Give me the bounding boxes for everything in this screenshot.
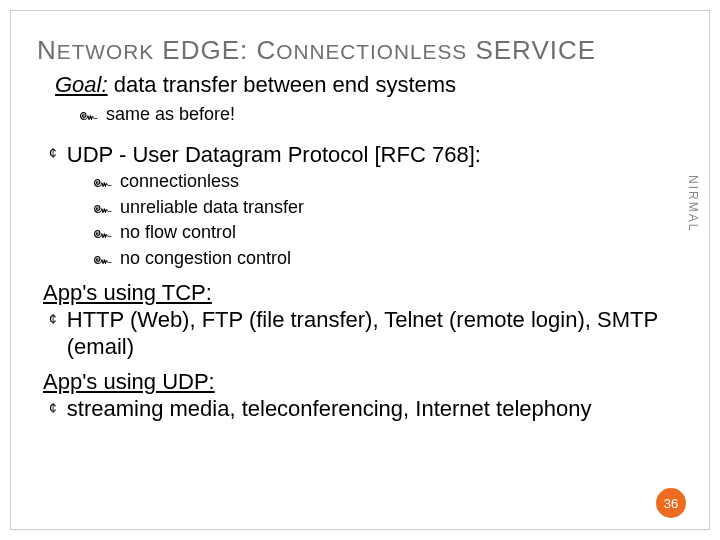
udp-item-text: no flow control — [120, 220, 236, 246]
swirl-bullet-icon: ๛ — [79, 102, 98, 128]
goal-line: Goal: data transfer between end systems — [55, 72, 683, 98]
udp-item: ๛ no congestion control — [93, 246, 683, 272]
udp-item-text: connectionless — [120, 169, 239, 195]
udp-heading-text: UDP - User Datagram Protocol [RFC 768]: — [67, 140, 481, 170]
page-number-badge: 36 — [656, 488, 686, 518]
page-number: 36 — [664, 496, 678, 511]
title-part1-sc: ETWORK — [57, 40, 154, 63]
slide-frame: NETWORK EDGE: CONNECTIONLESS SERVICE Goa… — [10, 10, 710, 530]
swirl-bullet-icon: ๛ — [93, 169, 112, 195]
title-part2: EDGE — [154, 35, 240, 65]
title-part4: SERVICE — [467, 35, 596, 65]
swirl-bullet-icon: ๛ — [93, 246, 112, 272]
udp-item: ๛ no flow control — [93, 220, 683, 246]
slide-title: NETWORK EDGE: CONNECTIONLESS SERVICE — [37, 35, 683, 66]
author-side-label: NIRMAL — [686, 175, 700, 232]
title-part1-caps: N — [37, 35, 57, 65]
udp-item-text: no congestion control — [120, 246, 291, 272]
circle-bullet-icon: ¢ — [49, 395, 57, 423]
title-colon: : — [240, 35, 256, 65]
udp-heading: ¢ UDP - User Datagram Protocol [RFC 768]… — [49, 140, 683, 170]
apps-tcp-item-text: HTTP (Web), FTP (file transfer), Telnet … — [67, 306, 683, 361]
circle-bullet-icon: ¢ — [49, 140, 57, 170]
apps-tcp-item: ¢ HTTP (Web), FTP (file transfer), Telne… — [49, 306, 683, 361]
title-part3-caps: C — [256, 35, 276, 65]
apps-udp-item: ¢ streaming media, teleconferencing, Int… — [49, 395, 683, 423]
udp-item-text: unreliable data transfer — [120, 195, 304, 221]
swirl-bullet-icon: ๛ — [93, 220, 112, 246]
goal-subitem: ๛ same as before! — [79, 102, 683, 128]
goal-label: Goal: — [55, 72, 108, 97]
apps-udp-item-text: streaming media, teleconferencing, Inter… — [67, 395, 683, 423]
apps-tcp-heading: App's using TCP: — [43, 280, 683, 306]
circle-bullet-icon: ¢ — [49, 306, 57, 361]
udp-item: ๛ unreliable data transfer — [93, 195, 683, 221]
udp-item: ๛ connectionless — [93, 169, 683, 195]
goal-text: data transfer between end systems — [108, 72, 457, 97]
swirl-bullet-icon: ๛ — [93, 195, 112, 221]
title-part3-sc: ONNECTIONLESS — [276, 40, 467, 63]
goal-subitem-text: same as before! — [106, 102, 235, 128]
apps-udp-heading: App's using UDP: — [43, 369, 683, 395]
